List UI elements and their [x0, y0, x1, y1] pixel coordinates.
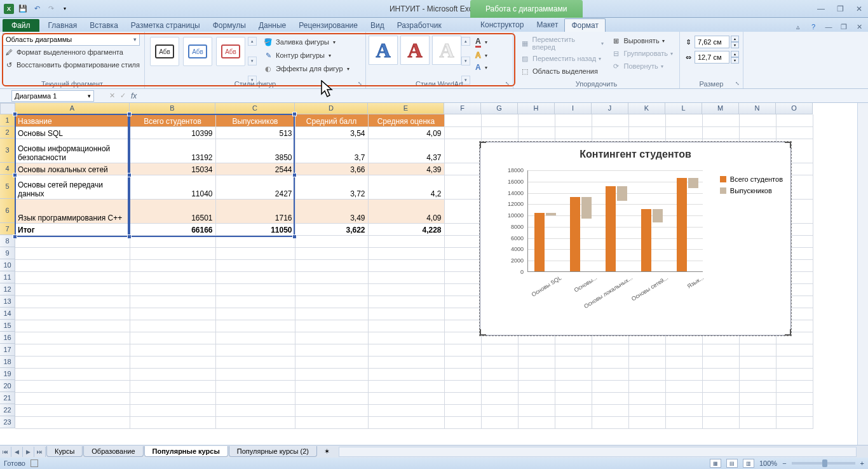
cell[interactable]: [15, 308, 130, 320]
sel-handle[interactable]: [13, 112, 17, 116]
cell[interactable]: [368, 247, 444, 259]
cell[interactable]: 66166: [130, 223, 215, 235]
shape-fill-button[interactable]: 🪣Заливка фигуры▾: [262, 36, 351, 48]
cell[interactable]: Основы сетей передачи данных: [15, 175, 130, 199]
wordart-1[interactable]: A: [369, 36, 398, 65]
cell[interactable]: [368, 283, 444, 296]
col-header-N[interactable]: N: [739, 103, 776, 114]
group-expand-icon[interactable]: ⤡: [733, 79, 741, 87]
cell[interactable]: [368, 296, 444, 308]
shape-outline-button[interactable]: ✎Контур фигуры▾: [262, 49, 351, 62]
cell[interactable]: [295, 320, 368, 332]
format-selection-button[interactable]: 🖉 Формат выделенного фрагмента: [3, 46, 142, 58]
zoom-in-button[interactable]: +: [860, 459, 864, 467]
cell[interactable]: [368, 344, 444, 356]
doc-restore-button[interactable]: ❐: [839, 22, 849, 32]
view-normal-button[interactable]: ▦: [710, 459, 721, 468]
wordart-3[interactable]: A: [432, 36, 461, 65]
height-spinner[interactable]: ▴▾: [731, 36, 739, 48]
cell[interactable]: [215, 344, 295, 356]
worksheet-grid[interactable]: ABCDEFGHIJKLMNO 123456789101112131415161…: [0, 103, 868, 445]
cell[interactable]: 4,2: [368, 175, 444, 199]
selection-combo[interactable]: Область диаграммы: [3, 33, 140, 46]
cell[interactable]: [295, 368, 368, 380]
row-header-17[interactable]: 17: [0, 344, 15, 356]
tab-Вставка[interactable]: Вставка: [83, 19, 125, 32]
cell[interactable]: [368, 308, 444, 320]
zoom-thumb[interactable]: [822, 459, 827, 467]
row-header-5[interactable]: 5: [0, 175, 15, 199]
cell[interactable]: Основы SQL: [15, 126, 130, 139]
sel-handle[interactable]: [13, 234, 17, 239]
row-header-9[interactable]: 9: [0, 247, 15, 259]
save-button[interactable]: 💾: [17, 3, 29, 15]
cell[interactable]: [130, 235, 215, 247]
width-input[interactable]: 12,7 см: [695, 51, 729, 64]
cell[interactable]: [130, 320, 215, 332]
zoom-level[interactable]: 100%: [759, 459, 777, 467]
cell[interactable]: 1716: [215, 199, 295, 223]
cell[interactable]: [295, 259, 368, 271]
fx-icon[interactable]: fx: [131, 92, 137, 100]
cell[interactable]: [295, 392, 368, 404]
bar[interactable]: [581, 197, 592, 219]
cell[interactable]: [368, 320, 444, 332]
cell[interactable]: [130, 356, 215, 368]
sel-handle[interactable]: [292, 112, 297, 116]
cell[interactable]: [15, 416, 130, 428]
col-header-J[interactable]: J: [592, 103, 628, 114]
cell[interactable]: 3,7: [295, 139, 368, 163]
row-header-6[interactable]: 6: [0, 199, 15, 223]
sheet-tab[interactable]: Курсы: [46, 446, 83, 457]
minimize-button[interactable]: —: [815, 3, 827, 15]
tab-Данные[interactable]: Данные: [252, 19, 292, 32]
group-expand-icon[interactable]: ⤡: [356, 79, 363, 87]
shape-style-2[interactable]: Абв: [183, 37, 212, 66]
cell[interactable]: [295, 308, 368, 320]
col-header-K[interactable]: K: [628, 103, 665, 114]
cell[interactable]: 2544: [215, 163, 295, 175]
cell[interactable]: [130, 392, 215, 404]
cell[interactable]: [368, 356, 444, 368]
cell[interactable]: [215, 380, 295, 392]
cell[interactable]: [15, 332, 130, 344]
cell[interactable]: [15, 235, 130, 247]
view-layout-button[interactable]: ▤: [726, 459, 738, 468]
enter-icon[interactable]: ✓: [120, 92, 126, 100]
bar[interactable]: [546, 213, 556, 216]
sheet-nav-next[interactable]: ▶: [23, 447, 34, 457]
cell[interactable]: 10399: [130, 126, 215, 139]
chart-plot-area[interactable]: 0200040006000800010000120001400016000180…: [499, 170, 703, 272]
cell[interactable]: [295, 271, 368, 283]
cell[interactable]: [215, 332, 295, 344]
cell[interactable]: [15, 356, 130, 368]
cell[interactable]: [215, 320, 295, 332]
cell[interactable]: Основы информационной безопасности: [15, 139, 130, 163]
row-header-18[interactable]: 18: [0, 356, 15, 368]
sheet-nav-first[interactable]: ⏮: [0, 447, 11, 457]
cell[interactable]: [215, 271, 295, 283]
row-header-7[interactable]: 7: [0, 223, 15, 235]
cell[interactable]: 3850: [215, 139, 295, 163]
cell[interactable]: [15, 392, 130, 404]
cell[interactable]: Язык программирования C++: [15, 199, 130, 223]
cell[interactable]: [215, 259, 295, 271]
sel-handle[interactable]: [13, 173, 17, 177]
bar[interactable]: [677, 178, 687, 271]
cell[interactable]: [368, 380, 444, 392]
cell[interactable]: [130, 283, 215, 296]
cell[interactable]: [130, 308, 215, 320]
col-header-I[interactable]: I: [555, 103, 592, 114]
cell[interactable]: 3,54: [295, 126, 368, 139]
sel-handle[interactable]: [292, 173, 297, 177]
cell[interactable]: 13192: [130, 139, 215, 163]
shape-effects-button[interactable]: ◐Эффекты для фигур▾: [262, 62, 351, 75]
height-input[interactable]: 7,62 см: [695, 36, 729, 48]
sel-handle[interactable]: [127, 234, 132, 239]
tab-Разметка страницы[interactable]: Разметка страницы: [125, 19, 207, 32]
wordart-2[interactable]: A: [400, 36, 430, 65]
redo-button[interactable]: ↷: [44, 3, 57, 15]
cell[interactable]: 3,49: [295, 199, 368, 223]
col-header-M[interactable]: M: [702, 103, 739, 114]
bar[interactable]: [653, 209, 663, 223]
